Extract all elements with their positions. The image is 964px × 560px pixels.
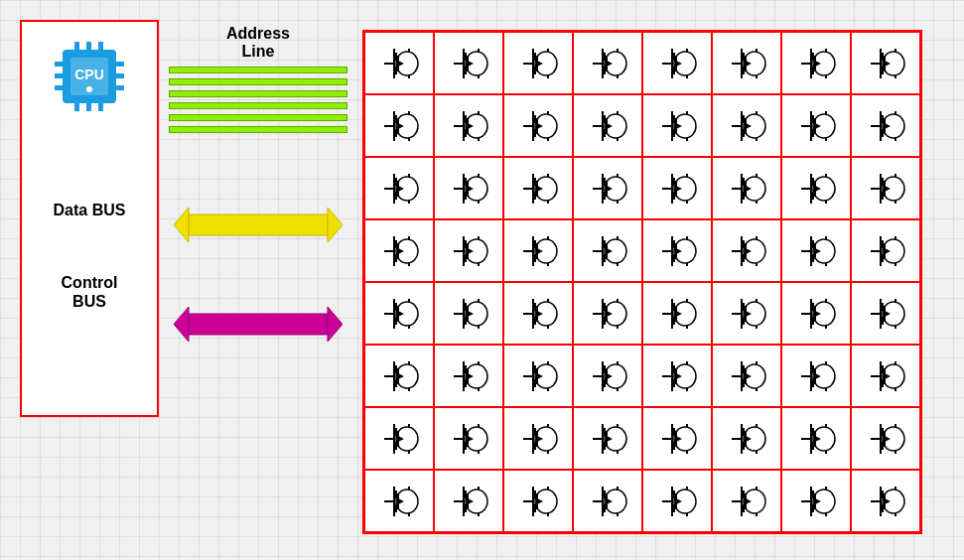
memory-grid [362, 30, 922, 534]
cpu-icon: CPU [45, 32, 134, 121]
control-bus-arrow [174, 302, 343, 347]
memory-cell [851, 282, 920, 345]
svg-rect-8 [86, 103, 91, 111]
memory-cell [642, 282, 712, 345]
memory-cell [573, 157, 642, 219]
svg-marker-22 [174, 307, 189, 342]
svg-rect-13 [116, 62, 124, 67]
memory-cell [434, 157, 503, 219]
memory-cell [642, 32, 712, 94]
svg-rect-15 [116, 85, 124, 90]
memory-cell [712, 219, 781, 282]
middle-section: AddressLine [159, 20, 357, 347]
memory-cell [712, 470, 781, 532]
address-line-1 [169, 67, 347, 73]
memory-cell [364, 282, 434, 345]
address-line-5 [169, 114, 347, 121]
memory-cell [642, 470, 712, 532]
memory-cell [503, 282, 573, 345]
memory-cell [364, 407, 434, 470]
memory-cell [573, 470, 642, 532]
memory-cell [851, 157, 920, 219]
svg-rect-5 [86, 42, 91, 50]
memory-cell [573, 94, 642, 157]
svg-rect-12 [55, 85, 63, 90]
memory-cell [781, 157, 851, 219]
memory-cell [851, 407, 920, 470]
memory-cell [642, 219, 712, 282]
address-line-2 [169, 78, 347, 85]
memory-cell [503, 94, 573, 157]
memory-cell [642, 94, 712, 157]
svg-rect-6 [98, 42, 103, 50]
memory-cell [503, 470, 573, 532]
address-line-3 [169, 90, 347, 97]
memory-cell [781, 407, 851, 470]
memory-cell [712, 407, 781, 470]
memory-cell [712, 94, 781, 157]
memory-cell [851, 32, 920, 94]
memory-cell [503, 219, 573, 282]
control-bus-label-cpu: ControlBUS [62, 273, 118, 311]
address-lines [169, 67, 347, 133]
memory-cell [712, 345, 781, 407]
memory-cell [364, 32, 434, 94]
memory-cell [781, 219, 851, 282]
memory-cell [434, 219, 503, 282]
memory-cell [573, 407, 642, 470]
svg-point-3 [86, 86, 92, 92]
memory-cell [642, 407, 712, 470]
memory-cell [851, 345, 920, 407]
memory-cell [851, 94, 920, 157]
memory-cell [781, 345, 851, 407]
memory-cell [573, 282, 642, 345]
svg-rect-10 [55, 62, 63, 67]
svg-text:CPU: CPU [74, 67, 104, 82]
svg-rect-11 [55, 73, 63, 78]
address-line-4 [169, 102, 347, 109]
memory-cell [434, 470, 503, 532]
svg-marker-23 [328, 307, 343, 342]
diagram-container: CPU Data BUS ControlBUS [20, 20, 943, 546]
svg-rect-9 [98, 103, 103, 111]
memory-cell [781, 282, 851, 345]
svg-marker-19 [174, 208, 189, 242]
memory-cell [781, 32, 851, 94]
svg-marker-20 [328, 208, 343, 242]
memory-cell [434, 407, 503, 470]
memory-cell [364, 219, 434, 282]
memory-cell [712, 282, 781, 345]
memory-cell [573, 345, 642, 407]
address-line-6 [169, 126, 347, 133]
svg-marker-21 [189, 314, 328, 335]
svg-rect-7 [74, 103, 79, 111]
memory-cell [573, 32, 642, 94]
data-bus-arrow [174, 203, 343, 247]
cpu-box: CPU Data BUS ControlBUS [20, 20, 159, 417]
memory-cell [364, 345, 434, 407]
memory-cell [573, 219, 642, 282]
memory-cell [781, 94, 851, 157]
svg-marker-18 [189, 214, 328, 235]
memory-cell [642, 345, 712, 407]
memory-cell [364, 157, 434, 219]
data-bus-label-cpu: Data BUS [54, 201, 126, 219]
memory-cell [851, 470, 920, 532]
address-line-label: AddressLine [226, 25, 290, 61]
memory-cell [781, 470, 851, 532]
memory-cell [712, 32, 781, 94]
memory-cell [434, 345, 503, 407]
memory-cell [503, 157, 573, 219]
memory-cell [503, 407, 573, 470]
memory-cell [364, 94, 434, 157]
svg-rect-4 [74, 42, 79, 50]
svg-rect-14 [116, 73, 124, 78]
memory-cell [434, 282, 503, 345]
memory-cell [851, 219, 920, 282]
memory-cell [364, 470, 434, 532]
memory-cell [503, 32, 573, 94]
memory-cell [712, 157, 781, 219]
memory-cell [434, 32, 503, 94]
memory-cell [434, 94, 503, 157]
memory-cell [642, 157, 712, 219]
